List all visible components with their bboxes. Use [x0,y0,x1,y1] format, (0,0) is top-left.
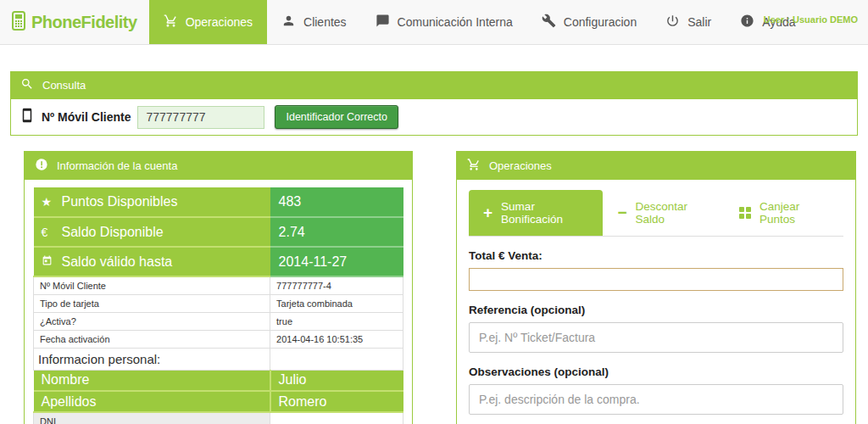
row-value [270,412,403,424]
phone-logo-icon [8,9,29,35]
table-row-informacion-personal: Informacion personal: [34,348,403,370]
mobile-phone-icon [19,108,42,126]
table-row-saldo: €Saldo Disponible 2.74 [34,217,403,247]
nav-item-salir[interactable]: Salir [651,0,726,44]
tab-label: Sumar Bonificación [501,200,588,226]
row-label: ¿Activa? [34,312,270,330]
top-navbar: PhoneFidelity Operaciones Clientes Comun… [0,0,868,45]
operations-header: Operaciones [457,152,855,180]
row-label: Tipo de tarjeta [34,294,270,312]
observaciones-label: Observaciones (opcional) [469,365,843,378]
info-circle-icon [740,14,754,31]
account-info-title: Información de la cuenta [57,159,177,172]
row-label: DNI [34,412,270,424]
row-value: true [270,312,403,330]
consulta-body: Nº Móvil Cliente Identificador Correcto [10,99,858,136]
euro-icon: € [42,226,62,239]
search-icon [20,77,34,93]
nav-item-configuracion[interactable]: Configuracion [527,0,651,44]
referencia-label: Referencia (opcional) [469,304,843,316]
row-value: Tarjeta combinada [270,294,403,312]
main-nav: Operaciones Clientes Comunicación Intern… [149,0,810,44]
operations-title: Operaciones [489,159,552,172]
tab-label: Descontar Saldo [636,200,710,226]
table-row-movil: Nº Móvil Cliente 777777777-4 [34,276,403,294]
referencia-input[interactable] [469,322,843,353]
wrench-icon [542,14,556,31]
nav-item-label: Salir [687,15,711,29]
table-row-activa: ¿Activa? true [34,312,403,330]
tab-descontar-saldo[interactable]: − Descontar Saldo [603,190,725,236]
consulta-header: Consulta [10,71,858,99]
row-value: 2014-11-27 [270,247,403,276]
tab-label: Canjear Puntos [760,200,829,226]
row-label: Saldo Disponible [62,225,164,239]
cart-icon [164,14,178,31]
person-icon [281,14,296,31]
cart-icon [467,158,481,174]
table-row-puntos: ★Puntos Disponibles 483 [34,187,403,217]
account-table: ★Puntos Disponibles 483 €Saldo Disponibl… [33,187,403,424]
operations-panel: Operaciones + Sumar Bonificación − Desco… [456,151,856,424]
movil-cliente-label: Nº Móvil Cliente [42,110,131,124]
nav-item-clientes[interactable]: Clientes [267,0,361,44]
nav-item-label: Comunicación Interna [398,15,513,29]
table-row-fecha-activacion: Fecha activación 2014-04-16 10:51:35 [34,330,403,348]
section-label: Informacion personal: [34,348,270,370]
account-info-header: Información de la cuenta [25,152,412,180]
total-venta-input[interactable] [469,268,843,291]
total-venta-label: Total € Venta: [469,249,843,262]
row-label: Nº Móvil Cliente [34,276,270,294]
row-label: Apellidos [34,391,270,412]
nav-item-label: Operaciones [186,15,253,29]
tab-canjear-puntos[interactable]: Canjear Puntos [725,190,843,236]
user-label: User : Usuario DEMO [764,14,858,25]
row-label: Nombre [34,370,270,391]
table-row-saldo-valido: Saldo válido hasta 2014-11-27 [34,247,403,276]
nav-item-comunicacion-interna[interactable]: Comunicación Interna [361,0,527,44]
star-icon: ★ [42,195,62,209]
chat-icon [376,14,390,31]
app-title: PhoneFidelity [31,13,137,32]
alert-circle-icon [35,158,48,174]
table-row-apellidos: Apellidos Romero [34,391,403,412]
main-content: Información de la cuenta ★Puntos Disponi… [0,136,868,424]
row-value: 483 [270,187,403,217]
row-value: Julio [270,370,403,391]
movil-cliente-input[interactable] [137,106,264,129]
table-row-tipo-tarjeta: Tipo de tarjeta Tarjeta combinada [34,294,403,312]
operations-tabs: + Sumar Bonificación − Descontar Saldo C… [469,190,843,237]
power-icon [665,14,680,31]
grid-icon [739,207,751,219]
row-value: 2014-04-16 10:51:35 [270,330,403,348]
row-label: Saldo válido hasta [62,254,173,269]
row-value: 777777777-4 [270,276,403,294]
table-row-nombre: Nombre Julio [34,370,403,391]
nav-item-operaciones[interactable]: Operaciones [149,0,267,44]
row-label: Puntos Disponibles [62,194,178,209]
plus-icon: + [483,207,492,219]
nav-item-label: Clientes [303,15,347,29]
nav-item-label: Configuracion [564,15,637,29]
app-logo[interactable]: PhoneFidelity [0,0,149,44]
tab-sumar-bonificacion[interactable]: + Sumar Bonificación [469,190,603,236]
observaciones-input[interactable] [469,384,843,415]
row-value: 2.74 [270,217,403,247]
row-label: Fecha activación [34,330,270,348]
row-value: Romero [270,391,403,412]
consulta-title: Consulta [42,79,86,92]
minus-icon: − [617,207,626,219]
consulta-panel: Consulta Nº Móvil Cliente Identificador … [10,71,858,136]
account-info-panel: Información de la cuenta ★Puntos Disponi… [24,151,413,424]
identificador-correcto-button[interactable]: Identificador Correcto [275,105,398,129]
calendar-icon [42,255,62,269]
table-row-dni: DNI [34,412,403,424]
